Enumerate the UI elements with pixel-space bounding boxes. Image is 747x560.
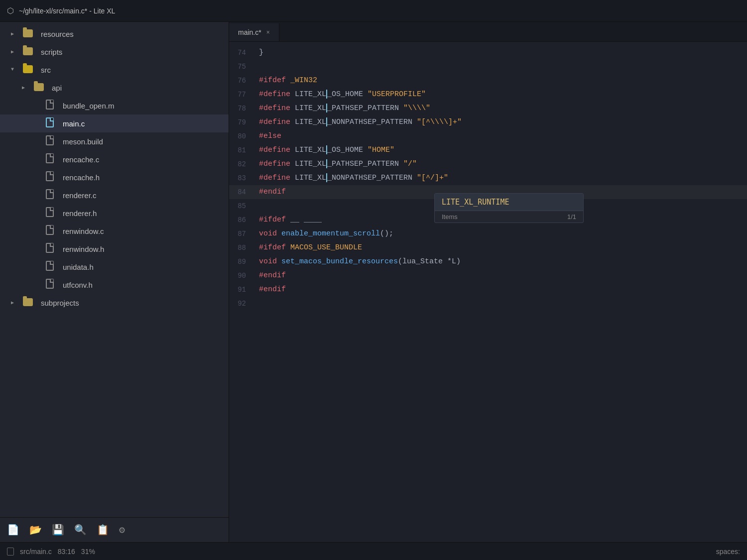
file-icon	[46, 171, 54, 184]
sidebar-item-renderer_h[interactable]: renderer.h	[0, 204, 229, 222]
token: }	[259, 48, 263, 57]
code-line: 75	[229, 60, 747, 74]
tree-item-label: main.c	[63, 119, 85, 128]
token: #define	[259, 90, 290, 99]
sidebar-item-rencache_h[interactable]: rencache.h	[0, 168, 229, 186]
status-file: src/main.c	[20, 548, 52, 556]
code-editor[interactable]: 74}7576#ifdef _WIN3277#define LITE_XL_OS…	[229, 42, 747, 542]
tree-item-label: renwindow.h	[63, 245, 104, 253]
code-line: 76#ifdef _WIN32	[229, 74, 747, 88]
autocomplete-footer: Items 1/1	[435, 211, 583, 223]
line-content: #else	[255, 129, 281, 143]
autocomplete-item[interactable]: LITE_XL_RUNTIME	[435, 194, 583, 211]
token: #ifdef	[259, 243, 286, 252]
line-number: 82	[229, 157, 255, 171]
line-content: #ifdef MACOS_USE_BUNDLE	[255, 241, 362, 255]
token: #endif	[259, 188, 286, 196]
title-bar: ⬡ ~/gh/lite-xl/src/main.c* - Lite XL	[0, 0, 747, 22]
tab-close-button[interactable]: ×	[266, 29, 270, 36]
line-content: void enable_momentum_scroll();	[255, 227, 393, 241]
token: #define	[259, 174, 290, 182]
sidebar-item-subprojects[interactable]: subprojects	[0, 294, 229, 312]
autocomplete-count: 1/1	[567, 213, 576, 221]
sidebar-item-bundle_open_m[interactable]: bundle_open.m	[0, 97, 229, 114]
sidebar-item-renderer_c[interactable]: renderer.c	[0, 186, 229, 204]
sidebar-item-src[interactable]: src	[0, 61, 229, 79]
sidebar-item-scripts[interactable]: scripts	[0, 43, 229, 61]
token: #endif	[259, 285, 286, 294]
code-line: 82#define LITE_XL_PATHSEP_PATTERN "/"	[229, 157, 747, 171]
token: "\\\\"	[403, 104, 430, 112]
line-number: 88	[229, 241, 255, 255]
token: _PATHSEP_PATTERN	[327, 160, 403, 168]
code-line: 91#endif	[229, 283, 747, 297]
folder-icon	[23, 64, 33, 76]
token: #define	[259, 118, 290, 126]
sidebar-item-main_c[interactable]: main.c	[0, 114, 229, 132]
sidebar-item-api[interactable]: api	[0, 79, 229, 97]
line-number: 81	[229, 143, 255, 157]
line-number: 77	[229, 88, 255, 102]
line-number: 87	[229, 227, 255, 241]
token: LITE_XL	[290, 90, 326, 99]
token: LITE_XL	[290, 146, 326, 154]
line-content: #ifdef __ ____	[255, 213, 322, 227]
token: __ ____	[286, 216, 322, 224]
token: "HOME"	[368, 146, 394, 154]
token: ();	[380, 229, 393, 238]
new-file-icon[interactable]: 📄	[7, 524, 19, 536]
tree-item-label: src	[41, 66, 51, 74]
line-content: #define LITE_XL_PATHSEP_PATTERN "\\\\"	[255, 102, 430, 115]
token: "[^\\\\]+"	[417, 118, 462, 126]
token: "USERPROFILE"	[368, 90, 426, 99]
token: set_macos_bundle_resources	[281, 257, 398, 266]
sidebar-item-resources[interactable]: resources	[0, 25, 229, 43]
chevron-icon	[11, 31, 17, 37]
autocomplete-popup: LITE_XL_RUNTIME Items 1/1	[434, 193, 584, 223]
sidebar-item-renwindow_h[interactable]: renwindow.h	[0, 240, 229, 258]
code-line: 77#define LITE_XL_OS_HOME "USERPROFILE"	[229, 88, 747, 102]
token: LITE_XL	[290, 104, 326, 112]
code-line: 92	[229, 297, 747, 311]
editor-area: main.c* × 74}7576#ifdef _WIN3277#define …	[229, 22, 747, 542]
tree-item-label: unidata.h	[63, 263, 94, 271]
search-icon[interactable]: 🔍	[74, 524, 87, 536]
line-content: }	[255, 46, 263, 60]
token: LITE_XL	[290, 118, 326, 126]
tree-item-label: resources	[41, 30, 74, 38]
tree-item-label: subprojects	[41, 299, 79, 307]
sidebar-item-utfconv_h[interactable]: utfconv.h	[0, 276, 229, 294]
token: "[^/]+"	[417, 174, 448, 182]
file-icon	[46, 117, 54, 130]
token: void	[259, 257, 277, 266]
chevron-icon	[11, 300, 17, 306]
tab-main-c[interactable]: main.c* ×	[229, 23, 279, 41]
tree-item-label: rencache.h	[63, 173, 100, 182]
settings-icon[interactable]: ⚙	[119, 524, 125, 536]
sidebar-item-unidata_h[interactable]: unidata.h	[0, 258, 229, 276]
tree-item-label: api	[52, 84, 62, 92]
file-tree: resourcesscriptssrcapibundle_open.mmain.…	[0, 22, 229, 517]
token: _WIN32	[290, 76, 317, 85]
token: MACOS_USE_BUNDLE	[290, 243, 362, 252]
token: (lua_State *L)	[398, 257, 461, 266]
line-number: 84	[229, 185, 255, 199]
line-number: 90	[229, 269, 255, 283]
open-folder-icon[interactable]: 📂	[29, 524, 42, 536]
sidebar-item-rencache_c[interactable]: rencache.c	[0, 150, 229, 168]
code-line: 81#define LITE_XL_OS_HOME "HOME"	[229, 143, 747, 157]
code-line: 80#else	[229, 129, 747, 143]
save-icon[interactable]: 💾	[52, 524, 64, 536]
sidebar-item-renwindow_c[interactable]: renwindow.c	[0, 222, 229, 240]
token: LITE_XL	[290, 174, 326, 182]
line-number: 74	[229, 46, 255, 60]
line-number: 80	[229, 129, 255, 143]
token: #define	[259, 146, 290, 154]
status-position: 83:16	[58, 548, 75, 556]
line-content: #ifdef _WIN32	[255, 74, 317, 88]
tree-item-label: utfconv.h	[63, 281, 93, 289]
folder-icon	[23, 297, 33, 309]
sidebar-item-meson_build[interactable]: meson.build	[0, 132, 229, 150]
terminal-icon[interactable]: 📋	[97, 524, 109, 536]
line-content: #endif	[255, 185, 286, 199]
